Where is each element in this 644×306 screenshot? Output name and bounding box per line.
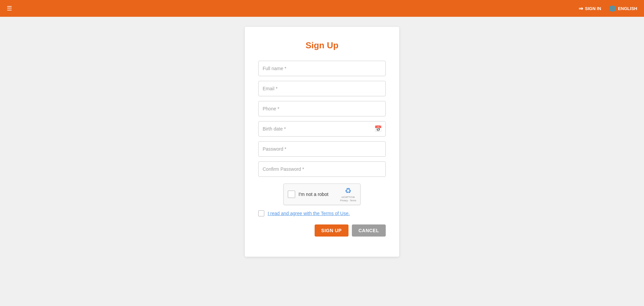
signup-button[interactable]: SIGN UP [315,224,348,237]
birth-date-group: 📅 [258,121,386,137]
full-name-input[interactable] [258,61,386,76]
recaptcha-box[interactable]: I'm not a robot ♻ reCAPTCHA Privacy - Te… [283,184,361,205]
language-label: ENGLISH [618,6,637,11]
recaptcha-brand-line2: Privacy - Terms [340,199,356,202]
navbar-right: ⇒ SIGN IN 🌐 ENGLISH [579,5,637,12]
birth-date-input[interactable] [258,121,386,137]
recaptcha-logo-icon: ♻ [345,187,352,195]
sign-in-label: SIGN IN [585,6,601,11]
email-group [258,81,386,96]
signup-card: Sign Up 📅 [245,27,399,257]
globe-icon: 🌐 [609,5,616,12]
terms-label: I read and agree with the Terms of Use. [268,211,350,216]
password-group [258,141,386,157]
hamburger-menu-icon[interactable]: ☰ [7,5,12,12]
navbar-left: ☰ [7,5,12,12]
full-name-group [258,61,386,76]
navbar: ☰ ⇒ SIGN IN 🌐 ENGLISH [0,0,644,17]
phone-group [258,101,386,116]
sign-in-icon: ⇒ [579,5,583,12]
date-input-wrapper: 📅 [258,121,386,137]
recaptcha-logo: ♻ reCAPTCHA Privacy - Terms [340,187,356,202]
signup-title: Sign Up [258,40,386,51]
phone-input[interactable] [258,101,386,116]
cancel-button[interactable]: CANCEL [352,224,386,237]
terms-row: I read and agree with the Terms of Use. [258,210,386,216]
buttons-row: SIGN UP CANCEL [258,224,386,237]
email-input[interactable] [258,81,386,96]
sign-in-button[interactable]: ⇒ SIGN IN [579,5,601,12]
password-input[interactable] [258,141,386,157]
recaptcha-brand-line1: reCAPTCHA [341,196,355,199]
recaptcha-container: I'm not a robot ♻ reCAPTCHA Privacy - Te… [258,184,386,205]
recaptcha-checkbox[interactable] [288,191,295,198]
recaptcha-text: I'm not a robot [299,192,337,197]
page-content: Sign Up 📅 [0,0,644,306]
terms-checkbox[interactable] [258,210,264,216]
language-selector[interactable]: 🌐 ENGLISH [609,5,637,12]
confirm-password-input[interactable] [258,161,386,177]
confirm-password-group [258,161,386,177]
terms-link[interactable]: I read and agree with the Terms of Use. [268,211,350,216]
